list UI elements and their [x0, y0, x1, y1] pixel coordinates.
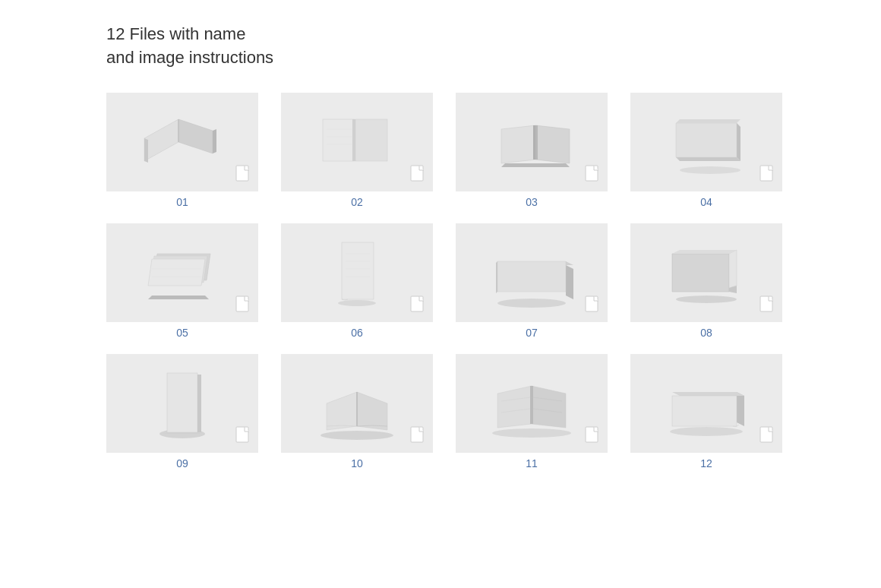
book-shape-06: [308, 231, 406, 315]
svg-marker-50: [672, 254, 729, 292]
thumbnail-02: [281, 93, 433, 191]
svg-marker-18: [535, 125, 570, 163]
file-icon-01: [235, 165, 252, 185]
svg-marker-68: [530, 386, 533, 424]
file-number-08: 08: [700, 327, 712, 339]
svg-rect-37: [342, 242, 374, 299]
svg-rect-77: [672, 396, 737, 426]
header-description: 12 Files with name and image instruction…: [106, 23, 775, 70]
thumbnail-06: [281, 223, 433, 322]
svg-marker-47: [496, 261, 497, 293]
file-icon-02: [410, 165, 427, 185]
book-shape-09: [133, 362, 232, 445]
thumbnail-12: [630, 354, 782, 453]
svg-rect-57: [197, 375, 201, 432]
file-icon-08: [759, 296, 776, 316]
thumbnail-05: [106, 223, 258, 322]
file-icon-05: [235, 296, 252, 316]
file-icon-04: [759, 165, 776, 185]
svg-marker-17: [501, 125, 535, 163]
header-line1: 12 Files with name: [106, 24, 245, 43]
file-number-03: 03: [526, 196, 538, 208]
list-item[interactable]: 06: [281, 223, 433, 339]
thumbnail-01: [106, 93, 258, 191]
svg-rect-8: [352, 119, 355, 161]
file-icon-10: [410, 426, 427, 447]
list-item[interactable]: 03: [456, 93, 608, 208]
svg-marker-32: [148, 259, 205, 286]
svg-marker-26: [676, 123, 737, 157]
svg-point-74: [670, 427, 743, 436]
file-number-06: 06: [351, 327, 363, 339]
file-number-11: 11: [526, 457, 538, 469]
book-shape-01: [133, 108, 232, 176]
svg-point-60: [321, 431, 393, 440]
file-number-01: 01: [176, 196, 188, 208]
book-shape-03: [482, 108, 581, 176]
svg-marker-46: [497, 261, 566, 292]
file-icon-09: [235, 426, 252, 447]
thumbnail-07: [456, 223, 608, 322]
file-number-07: 07: [526, 327, 538, 339]
list-item[interactable]: 01: [106, 93, 258, 208]
svg-rect-56: [167, 373, 197, 432]
svg-rect-6: [323, 119, 355, 161]
file-number-04: 04: [700, 196, 712, 208]
thumbnail-11: [456, 354, 608, 453]
book-shape-05: [133, 231, 232, 315]
svg-marker-76: [672, 392, 744, 396]
list-item[interactable]: 09: [106, 354, 258, 469]
book-shape-07: [482, 231, 581, 315]
header-line2: and image instructions: [106, 48, 273, 67]
svg-marker-52: [729, 250, 737, 288]
svg-marker-75: [737, 392, 744, 426]
svg-point-23: [680, 166, 740, 174]
svg-point-49: [676, 296, 737, 303]
book-shape-02: [311, 108, 403, 176]
svg-marker-62: [357, 392, 387, 430]
file-number-02: 02: [351, 196, 363, 208]
list-item[interactable]: 07: [456, 223, 608, 339]
thumbnail-04: [630, 93, 782, 191]
page-container: 12 Files with name and image instruction…: [0, 0, 881, 492]
svg-marker-66: [497, 386, 532, 428]
svg-marker-20: [533, 125, 535, 160]
file-icon-12: [759, 426, 776, 447]
book-shape-10: [308, 362, 406, 445]
svg-rect-7: [355, 119, 387, 161]
svg-marker-0: [144, 119, 178, 161]
svg-marker-4: [213, 129, 216, 153]
list-item[interactable]: 11: [456, 354, 608, 469]
file-number-05: 05: [176, 327, 188, 339]
file-number-10: 10: [351, 457, 363, 469]
file-icon-03: [585, 165, 602, 185]
svg-marker-27: [676, 119, 740, 123]
svg-marker-24: [676, 157, 740, 161]
svg-marker-67: [532, 386, 566, 428]
list-item[interactable]: 08: [630, 223, 782, 339]
thumbnail-10: [281, 354, 433, 453]
file-icon-11: [585, 426, 602, 447]
list-item[interactable]: 05: [106, 223, 258, 339]
svg-marker-3: [144, 138, 148, 163]
svg-marker-21: [535, 125, 538, 160]
book-shape-11: [482, 362, 581, 445]
list-item[interactable]: 04: [630, 93, 782, 208]
list-item[interactable]: 10: [281, 354, 433, 469]
file-number-09: 09: [176, 457, 188, 469]
svg-point-65: [492, 428, 571, 438]
svg-point-43: [497, 299, 566, 308]
thumbnail-09: [106, 354, 258, 453]
book-shape-08: [657, 231, 756, 315]
file-number-12: 12: [700, 457, 712, 469]
svg-marker-58: [163, 432, 201, 434]
list-item[interactable]: 02: [281, 93, 433, 208]
book-shape-12: [657, 362, 756, 445]
book-shape-04: [657, 108, 756, 176]
list-item[interactable]: 12: [630, 354, 782, 469]
thumbnail-03: [456, 93, 608, 191]
svg-marker-61: [327, 392, 357, 430]
svg-marker-29: [148, 296, 209, 299]
file-icon-07: [585, 296, 602, 316]
file-icon-06: [410, 296, 427, 316]
